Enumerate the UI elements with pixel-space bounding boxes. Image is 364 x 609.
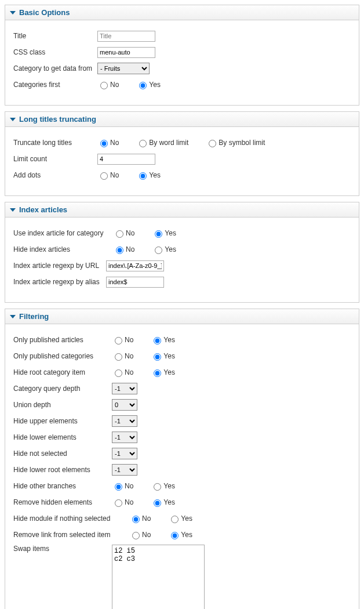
radio-no[interactable] (115, 483, 122, 491)
radio-no[interactable] (100, 172, 108, 180)
label-use-index: Use index article for category (13, 229, 113, 237)
radio-yes[interactable] (155, 246, 162, 254)
panel-header-index[interactable]: Index articles (5, 202, 359, 217)
panel-title: Basic Options (19, 8, 70, 17)
radio-no[interactable] (132, 516, 140, 523)
panel-title: Index articles (19, 205, 67, 214)
label-regex-url: Index article regexp by URL (13, 262, 106, 270)
panel-header-basic[interactable]: Basic Options (5, 5, 359, 20)
label-hide-branches: Hide other branches (13, 482, 112, 490)
panel-title: Filtering (19, 312, 49, 321)
label-cat-depth: Category query depth (13, 385, 112, 393)
radio-no[interactable] (115, 499, 122, 507)
pub-articles-radio-group: No Yes (112, 335, 191, 345)
radio-no[interactable] (100, 140, 108, 147)
label-css-class: CSS class (13, 48, 97, 56)
chevron-down-icon (10, 315, 16, 318)
radio-no[interactable] (115, 369, 122, 377)
swap-items-textarea[interactable] (112, 545, 205, 609)
panel-header-filtering[interactable]: Filtering (5, 309, 359, 324)
radio-yes[interactable] (155, 230, 162, 238)
radio-yes[interactable] (154, 369, 161, 377)
cat-depth-select[interactable]: -1012345 (112, 383, 137, 394)
radio-word-limit[interactable] (139, 140, 147, 147)
panel-header-truncating[interactable]: Long titles truncating (5, 112, 359, 127)
radio-yes[interactable] (171, 532, 179, 539)
chevron-down-icon (10, 208, 16, 212)
category-select[interactable]: - Fruits (97, 63, 150, 74)
label-union-depth: Union depth (13, 401, 112, 409)
hide-upper-select[interactable]: -1012345 (112, 415, 137, 427)
regex-url-input[interactable] (106, 260, 164, 271)
title-input[interactable] (97, 31, 155, 42)
radio-yes[interactable] (139, 82, 147, 89)
radio-yes[interactable] (154, 337, 161, 345)
label-hide-module: Hide module if nothing selected (13, 514, 129, 523)
chevron-down-icon (10, 118, 16, 121)
label-regex-alias: Index article regexp by alias (13, 278, 106, 286)
radio-yes[interactable] (154, 499, 161, 507)
remove-hidden-radio-group: No Yes (112, 498, 191, 507)
hide-module-radio-group: No Yes (129, 514, 209, 523)
label-hide-lower: Hide lower elements (13, 433, 112, 441)
limit-count-input[interactable] (97, 154, 155, 165)
panel-filtering: Filtering Only published articles No Yes… (5, 309, 359, 609)
label-hide-index: Hide index articles (13, 245, 113, 253)
panel-body-filtering: Only published articles No Yes Only publ… (5, 324, 359, 609)
label-only-pub-articles: Only published articles (13, 336, 112, 344)
label-hide-root: Hide root category item (13, 368, 112, 376)
label-only-pub-categories: Only published categories (13, 352, 112, 360)
radio-yes[interactable] (154, 483, 161, 491)
pub-categories-radio-group: No Yes (112, 351, 191, 361)
panel-body-index: Use index article for category No Yes Hi… (5, 217, 359, 302)
label-hide-not-selected: Hide not selected (13, 449, 112, 458)
radio-no[interactable] (115, 337, 122, 345)
radio-no[interactable] (116, 246, 123, 254)
label-hide-upper: Hide upper elements (13, 417, 112, 425)
radio-symbol-limit[interactable] (209, 140, 216, 147)
hide-lower-root-select[interactable]: -1012345 (112, 464, 137, 476)
label-swap-items: Swap items (13, 545, 112, 553)
css-class-input[interactable] (97, 47, 155, 58)
panel-body-truncating: Truncate long titles No By word limit By… (5, 127, 359, 195)
label-limit-count: Limit count (13, 155, 97, 163)
truncate-radio-group: No By word limit By symbol limit (97, 138, 281, 147)
categories-first-radio-group: No Yes (97, 80, 177, 89)
radio-no[interactable] (100, 82, 108, 89)
hide-index-radio-group: No Yes (113, 245, 192, 254)
chevron-down-icon (10, 11, 16, 14)
hide-not-selected-select[interactable]: -1012345 (112, 448, 137, 459)
add-dots-radio-group: No Yes (97, 171, 177, 180)
label-hide-lower-root: Hide lower root elements (13, 466, 112, 474)
hide-root-radio-group: No Yes (112, 368, 191, 377)
panel-index-articles: Index articles Use index article for cat… (5, 202, 359, 303)
use-index-radio-group: No Yes (113, 229, 192, 238)
radio-yes[interactable] (171, 516, 179, 523)
hide-lower-select[interactable]: -1012345 (112, 432, 137, 443)
label-truncate: Truncate long titles (13, 139, 97, 147)
label-title: Title (13, 32, 97, 40)
panel-body-basic: Title CSS class Category to get data fro… (5, 20, 359, 105)
radio-no[interactable] (132, 532, 140, 539)
panel-title: Long titles truncating (19, 115, 96, 124)
label-category-source: Category to get data from (13, 64, 97, 72)
label-add-dots: Add dots (13, 171, 97, 179)
radio-yes[interactable] (154, 353, 161, 361)
radio-yes[interactable] (139, 172, 147, 180)
radio-no[interactable] (115, 353, 122, 361)
label-remove-hidden: Remove hidden elements (13, 498, 112, 506)
panel-basic-options: Basic Options Title CSS class Category t… (5, 5, 359, 106)
label-categories-first: Categories first (13, 81, 97, 89)
remove-link-radio-group: No Yes (129, 530, 209, 539)
panel-truncating: Long titles truncating Truncate long tit… (5, 111, 359, 196)
radio-no[interactable] (116, 230, 123, 238)
hide-branches-radio-group: No Yes (112, 481, 191, 491)
label-remove-link: Remove link from selected item (13, 531, 129, 539)
union-depth-select[interactable]: -1012345 (112, 399, 137, 411)
regex-alias-input[interactable] (106, 277, 164, 288)
